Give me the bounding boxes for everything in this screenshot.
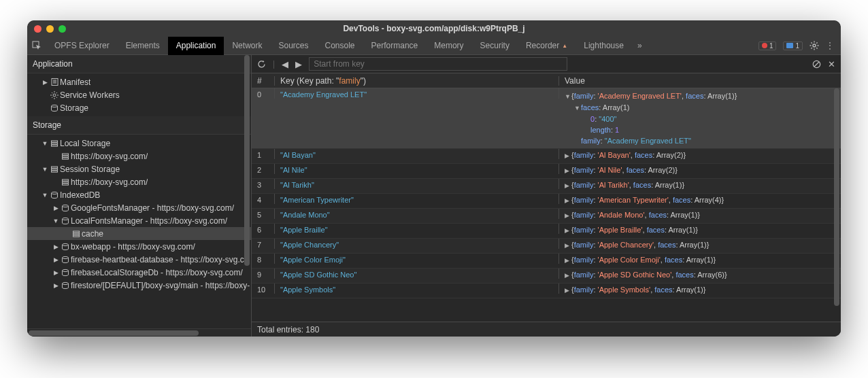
sidebar-item[interactable]: Service Workers [27, 88, 251, 101]
sidebar-item[interactable]: ▶bx-webapp - https://boxy-svg.com/ [27, 240, 251, 253]
twisty-icon[interactable]: ▶ [52, 205, 60, 211]
sidebar-item-label: GoogleFontsManager - https://boxy-svg.co… [71, 203, 234, 213]
clear-object-store-icon[interactable] [812, 60, 821, 69]
twisty-icon[interactable]: ▼ [52, 218, 60, 224]
svg-line-8 [816, 42, 817, 43]
svg-line-9 [811, 48, 812, 48]
tab-lighthouse[interactable]: Lighthouse [575, 37, 632, 55]
inspect-icon[interactable] [27, 41, 46, 50]
table-row[interactable]: 7"Apple Chancery"▶{family: 'Apple Chance… [252, 239, 841, 254]
table-row[interactable]: 6"Apple Braille"▶{family: 'Apple Braille… [252, 224, 841, 239]
delete-selected-icon[interactable]: ✕ [828, 59, 835, 69]
storage-icon [49, 104, 60, 112]
sidebar-item[interactable]: cache [27, 227, 251, 240]
errors-badge[interactable]: 1 [758, 41, 777, 50]
tab-memory[interactable]: Memory [426, 37, 471, 55]
twisty-icon[interactable]: ▶ [52, 282, 60, 289]
row-value[interactable]: ▶{family: 'Apple Chancery', faces: Array… [559, 239, 841, 251]
settings-icon[interactable] [809, 41, 819, 50]
kebab-menu-icon[interactable]: ⋮ [826, 41, 834, 50]
storage-stack-icon [71, 230, 82, 238]
sidebar-item[interactable]: ▶Manifest [27, 75, 251, 88]
sidebar-item[interactable]: https://boxy-svg.com/ [27, 150, 251, 162]
svg-point-38 [63, 218, 69, 220]
table-row[interactable]: 5"Andale Mono"▶{family: 'Andale Mono', f… [252, 209, 841, 224]
svg-line-7 [816, 48, 817, 48]
tab-security[interactable]: Security [472, 37, 518, 55]
twisty-icon[interactable]: ▼ [41, 166, 49, 173]
more-tabs-icon[interactable]: » [632, 41, 648, 50]
twisty-icon[interactable]: ▶ [52, 243, 60, 250]
tab-network[interactable]: Network [224, 37, 270, 55]
refresh-icon[interactable] [257, 60, 266, 69]
row-key: "Apple Symbols" [275, 284, 559, 294]
table-row[interactable]: 4"American Typewriter"▶{family: 'America… [252, 194, 841, 209]
database-icon [60, 269, 71, 277]
row-value[interactable]: ▶{family: 'American Typewriter', faces: … [559, 194, 841, 206]
sidebar-item[interactable]: ▼Local Storage [27, 137, 251, 150]
twisty-icon[interactable]: ▶ [41, 79, 49, 86]
start-from-key-input[interactable] [309, 57, 567, 71]
svg-rect-24 [52, 141, 58, 142]
sidebar-item[interactable]: ▶firebase-heartbeat-database - https://b… [27, 253, 251, 266]
svg-rect-35 [63, 184, 69, 185]
sidebar-item[interactable]: ▼Session Storage [27, 162, 251, 175]
table-row[interactable]: 3"Al Tarikh"▶{family: 'Al Tarikh', faces… [252, 179, 841, 194]
sidebar-scrollbar[interactable] [244, 55, 250, 313]
twisty-icon[interactable]: ▼ [41, 192, 49, 199]
row-key: "Apple Color Emoji" [275, 254, 559, 264]
table-row[interactable]: 2"Al Nile"▶{family: 'Al Nile', faces: Ar… [252, 164, 841, 179]
sidebar-item[interactable]: Storage [27, 101, 251, 114]
twisty-icon[interactable]: ▶ [52, 256, 60, 263]
table-row[interactable]: 1"Al Bayan"▶{family: 'Al Bayan', faces: … [252, 149, 841, 164]
row-value[interactable]: ▶{family: 'Apple Color Emoji', faces: Ar… [559, 254, 841, 266]
table-row[interactable]: 9"Apple SD Gothic Neo"▶{family: 'Apple S… [252, 269, 841, 284]
svg-point-37 [63, 205, 69, 207]
svg-rect-29 [63, 158, 69, 159]
row-value[interactable]: ▶{family: 'Apple Braille', faces: Array(… [559, 224, 841, 236]
row-index: 6 [252, 224, 275, 234]
svg-rect-34 [63, 182, 69, 183]
header-index[interactable]: # [252, 76, 275, 86]
content-scrollbar[interactable] [834, 88, 839, 322]
sidebar-item[interactable]: https://boxy-svg.com/ [27, 175, 251, 188]
row-value[interactable]: ▶{family: 'Al Bayan', faces: Array(2)} [559, 149, 841, 161]
sidebar-item-label: bx-webapp - https://boxy-svg.com/ [71, 242, 195, 252]
tab-application[interactable]: Application [168, 37, 224, 55]
tab-performance[interactable]: Performance [363, 37, 427, 55]
sidebar-item-label: firestore/[DEFAULT]/boxy-svg/main - http… [71, 281, 250, 290]
sidebar-item[interactable]: ▶GoogleFontsManager - https://boxy-svg.c… [27, 201, 251, 214]
table-row[interactable]: 0"Academy Engraved LET"▼{family: 'Academ… [252, 88, 841, 149]
prev-page-icon[interactable]: ◀ [282, 59, 288, 69]
header-key[interactable]: Key (Key path: "family") [275, 76, 559, 86]
window-title: DevTools - boxy-svg.com/app/disk:w9PtrqP… [27, 24, 841, 33]
svg-line-6 [811, 42, 812, 43]
row-value[interactable]: ▶{family: 'Al Nile', faces: Array(2)} [559, 164, 841, 176]
row-value[interactable]: ▶{family: 'Apple SD Gothic Neo', faces: … [559, 269, 841, 281]
tab-console[interactable]: Console [317, 37, 363, 55]
tab-sources[interactable]: Sources [270, 37, 316, 55]
devtools-window: DevTools - boxy-svg.com/app/disk:w9PtrqP… [27, 20, 841, 337]
sidebar-item[interactable]: ▼IndexedDB [27, 188, 251, 201]
sidebar-h-scrollbar[interactable] [27, 328, 251, 337]
row-value[interactable]: ▶{family: 'Andale Mono', faces: Array(1)… [559, 209, 841, 221]
table-row[interactable]: 8"Apple Color Emoji"▶{family: 'Apple Col… [252, 254, 841, 269]
table-row[interactable]: 10"Apple Symbols"▶{family: 'Apple Symbol… [252, 284, 841, 298]
sidebar-item[interactable]: ▼LocalFontsManager - https://boxy-svg.co… [27, 214, 251, 227]
svg-point-42 [63, 243, 69, 245]
messages-badge[interactable]: 1 [783, 41, 803, 50]
row-value[interactable]: ▶{family: 'Apple Symbols', faces: Array(… [559, 284, 841, 296]
svg-line-20 [56, 97, 57, 97]
twisty-icon[interactable]: ▼ [41, 140, 49, 147]
row-value[interactable]: ▼{family: 'Academy Engraved LET', faces:… [559, 88, 841, 148]
row-value[interactable]: ▶{family: 'Al Tarikh', faces: Array(1)} [559, 179, 841, 191]
sidebar-item[interactable]: ▶firebaseLocalStorageDb - https://boxy-s… [27, 266, 251, 279]
next-page-icon[interactable]: ▶ [295, 59, 302, 69]
sidebar-item[interactable]: ▶firestore/[DEFAULT]/boxy-svg/main - htt… [27, 279, 251, 292]
sidebar-item-label: cache [82, 229, 103, 239]
header-value[interactable]: Value [559, 76, 841, 86]
twisty-icon[interactable]: ▶ [52, 269, 60, 276]
tab-elements[interactable]: Elements [118, 37, 168, 55]
tab-recorder[interactable]: Recorder ▲ [518, 37, 575, 55]
tab-opfs-explorer[interactable]: OPFS Explorer [46, 37, 118, 55]
